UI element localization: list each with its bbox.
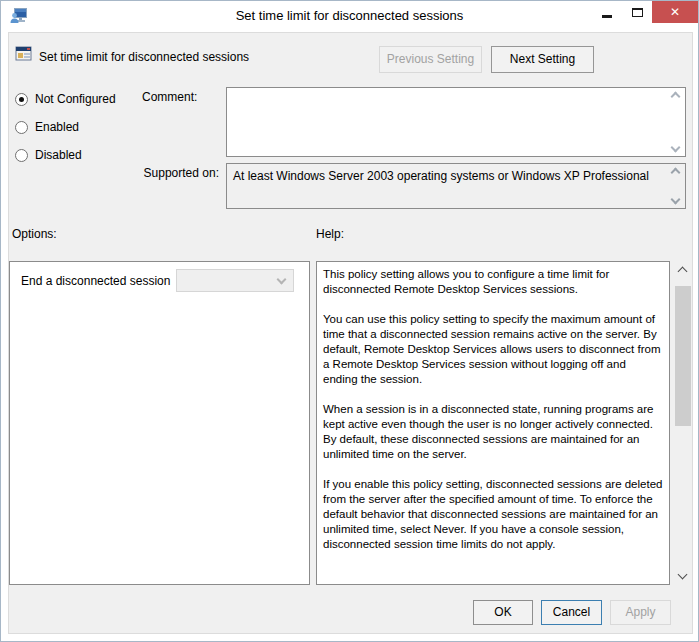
radio-label: Disabled <box>35 148 82 162</box>
scroll-up-button[interactable] <box>674 262 692 278</box>
maximize-icon <box>632 8 643 17</box>
scroll-down-icon <box>671 195 681 205</box>
help-paragraph: You can use this policy setting to speci… <box>323 312 663 387</box>
radio-selected-icon <box>15 93 28 106</box>
help-section-label: Help: <box>316 227 344 241</box>
close-button[interactable]: ✕ <box>652 1 698 23</box>
dialog-window: Set time limit for disconnected sessions… <box>0 0 699 642</box>
scroll-up-icon <box>671 168 681 178</box>
help-paragraph: This policy setting allows you to config… <box>323 267 663 297</box>
options-panel: End a disconnected session <box>9 261 310 585</box>
radio-enabled[interactable]: Enabled <box>15 120 79 134</box>
scroll-down-icon <box>671 143 681 153</box>
radio-label: Enabled <box>35 120 79 134</box>
scroll-down-button[interactable] <box>674 568 692 584</box>
radio-label: Not Configured <box>35 92 116 106</box>
help-panel: This policy setting allows you to config… <box>316 261 670 585</box>
end-session-label: End a disconnected session <box>21 274 170 288</box>
radio-unselected-icon <box>15 149 28 162</box>
supported-scrollbar[interactable] <box>668 165 684 207</box>
title-bar: Set time limit for disconnected sessions… <box>1 1 698 31</box>
apply-button[interactable]: Apply <box>610 600 671 625</box>
radio-disabled[interactable]: Disabled <box>15 148 82 162</box>
options-section-label: Options: <box>12 227 57 241</box>
end-session-dropdown[interactable] <box>176 269 294 292</box>
minimize-button[interactable] <box>592 1 622 23</box>
help-paragraph: If you enable this policy setting, disco… <box>323 477 663 552</box>
ok-button[interactable]: OK <box>473 600 533 625</box>
setting-name-label: Set time limit for disconnected sessions <box>39 50 249 64</box>
radio-unselected-icon <box>15 121 28 134</box>
scrollbar-thumb[interactable] <box>675 286 691 426</box>
previous-setting-button[interactable]: Previous Setting <box>379 46 482 73</box>
comment-box <box>226 87 686 157</box>
scroll-up-icon <box>671 92 681 102</box>
help-text: This policy setting allows you to config… <box>317 262 669 572</box>
scroll-up-icon <box>678 267 688 277</box>
comment-label: Comment: <box>142 90 197 104</box>
close-icon: ✕ <box>670 5 680 19</box>
minimize-icon <box>602 15 612 18</box>
supported-on-value: At least Windows Server 2003 operating s… <box>233 169 653 183</box>
scroll-down-icon <box>678 570 688 580</box>
window-controls: ✕ <box>592 1 698 23</box>
supported-on-box: At least Windows Server 2003 operating s… <box>226 163 686 209</box>
policy-setting-icon <box>15 45 32 62</box>
radio-not-configured[interactable]: Not Configured <box>15 92 116 106</box>
help-paragraph: When a session is in a disconnected stat… <box>323 402 663 462</box>
maximize-button[interactable] <box>622 1 652 23</box>
comment-scrollbar[interactable] <box>668 89 684 155</box>
next-setting-button[interactable]: Next Setting <box>491 46 594 73</box>
comment-input[interactable] <box>227 88 667 156</box>
supported-on-label: Supported on: <box>101 166 219 180</box>
help-scrollbar[interactable] <box>674 262 692 584</box>
chevron-down-icon <box>277 275 287 285</box>
cancel-button[interactable]: Cancel <box>541 600 602 625</box>
